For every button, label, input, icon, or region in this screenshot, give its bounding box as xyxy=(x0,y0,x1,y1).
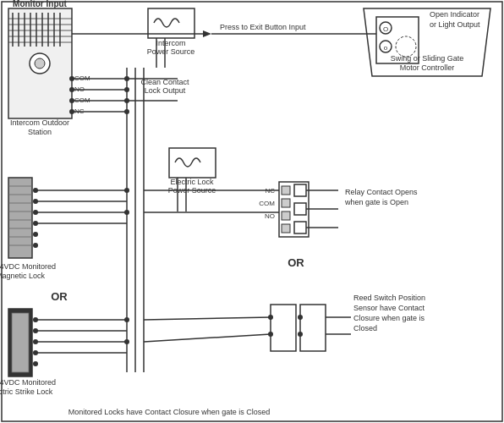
svg-rect-52 xyxy=(8,178,32,258)
svg-rect-99 xyxy=(294,184,306,196)
svg-text:Electric Lock: Electric Lock xyxy=(170,178,214,186)
svg-text:Open Indicator: Open Indicator xyxy=(430,10,479,19)
svg-rect-101 xyxy=(294,222,306,233)
svg-point-141 xyxy=(124,87,129,92)
svg-rect-71 xyxy=(12,313,29,372)
svg-text:O: O xyxy=(383,25,388,33)
svg-point-117 xyxy=(298,315,303,320)
svg-text:OR: OR xyxy=(288,256,304,269)
svg-text:Closure when gate is: Closure when gate is xyxy=(353,314,425,322)
svg-point-118 xyxy=(298,332,303,337)
svg-point-143 xyxy=(124,109,129,114)
svg-rect-98 xyxy=(282,224,290,233)
svg-point-65 xyxy=(33,232,38,237)
svg-text:Swing or Sliding Gate: Swing or Sliding Gate xyxy=(391,54,464,63)
svg-point-66 xyxy=(33,243,38,248)
svg-text:Monitored Locks have Contact C: Monitored Locks have Contact Closure whe… xyxy=(68,408,271,416)
svg-text:OR: OR xyxy=(51,290,68,303)
wiring-diagram: COM NO COM NC Monitor Input Intercom Out… xyxy=(0,0,504,423)
svg-point-76 xyxy=(33,361,38,366)
svg-text:NO: NO xyxy=(265,212,275,220)
svg-rect-100 xyxy=(294,203,306,215)
svg-text:Intercom Outdoor: Intercom Outdoor xyxy=(10,118,69,127)
svg-text:12/24VDC Monitored: 12/24VDC Monitored xyxy=(0,262,56,271)
svg-text:Closed: Closed xyxy=(353,324,377,332)
svg-text:Electric Strike Lock: Electric Strike Lock xyxy=(0,387,53,396)
svg-point-92 xyxy=(124,317,129,322)
svg-text:Station: Station xyxy=(28,128,52,136)
svg-point-93 xyxy=(124,339,129,344)
svg-text:Intercom: Intercom xyxy=(156,39,185,47)
svg-point-90 xyxy=(124,188,129,193)
svg-text:when gate is Open: when gate is Open xyxy=(344,198,408,206)
svg-text:Relay Contact Opens: Relay Contact Opens xyxy=(345,188,418,196)
svg-text:Sensor have Contact: Sensor have Contact xyxy=(353,304,425,312)
svg-text:Reed Switch Position: Reed Switch Position xyxy=(353,294,425,302)
svg-rect-97 xyxy=(282,212,290,220)
svg-text:Press to Exit Button Input: Press to Exit Button Input xyxy=(220,23,306,31)
svg-text:Magnetic Lock: Magnetic Lock xyxy=(0,272,46,280)
svg-text:Motor Controller: Motor Controller xyxy=(400,63,455,72)
svg-text:o: o xyxy=(384,44,388,52)
svg-rect-114 xyxy=(300,305,326,351)
svg-text:Power Source: Power Source xyxy=(147,47,195,56)
svg-text:or Light Output: or Light Output xyxy=(430,20,480,29)
svg-point-17 xyxy=(35,58,45,69)
svg-point-91 xyxy=(124,210,129,215)
svg-text:Monitor Input: Monitor Input xyxy=(13,0,68,8)
svg-rect-113 xyxy=(271,305,296,351)
svg-rect-95 xyxy=(282,186,290,195)
svg-text:COM: COM xyxy=(259,200,275,207)
svg-text:12/24VDC Monitored: 12/24VDC Monitored xyxy=(0,378,56,387)
svg-rect-96 xyxy=(282,199,290,207)
svg-text:Lock Output: Lock Output xyxy=(145,86,186,95)
